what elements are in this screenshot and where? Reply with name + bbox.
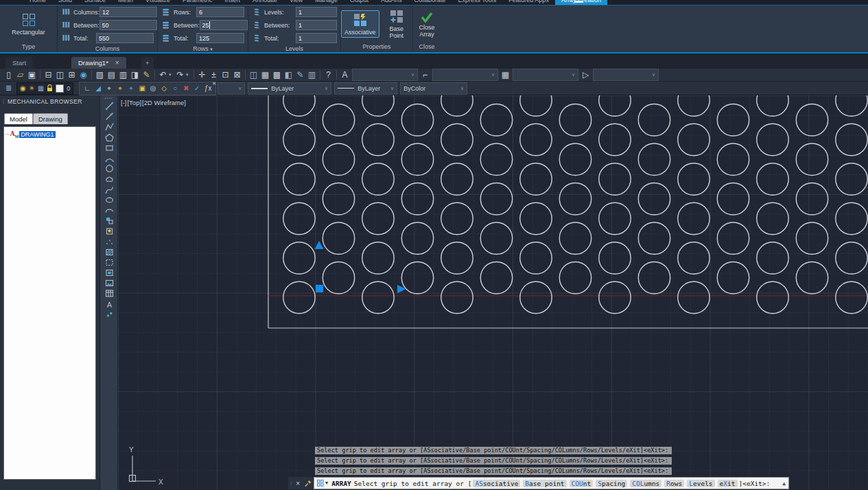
- snap-none-icon[interactable]: ✖: [180, 82, 191, 94]
- redo-dropdown-icon[interactable]: ▾: [186, 72, 191, 78]
- base-point-button[interactable]: Base Point: [381, 7, 412, 41]
- row-count-grip[interactable]: [315, 241, 324, 249]
- table-style-icon[interactable]: ▦: [500, 69, 511, 81]
- sun-icon[interactable]: ☀: [29, 84, 35, 92]
- minimize-ribbon-icon[interactable]: [575, 1, 583, 3]
- undo-dropdown-icon[interactable]: ▾: [169, 72, 174, 78]
- ribbon-tab-featured-apps[interactable]: Featured Apps: [502, 0, 555, 5]
- cmd-option-spacing[interactable]: Spacing: [596, 480, 627, 487]
- array-circle[interactable]: [836, 242, 867, 274]
- array-circle[interactable]: [757, 163, 788, 195]
- close-array-button[interactable]: CloseArray: [415, 9, 438, 40]
- columns-total--input[interactable]: [96, 33, 154, 43]
- panel-title-rows[interactable]: Rows ▾: [158, 45, 248, 54]
- array-circle[interactable]: [796, 104, 828, 136]
- copy-icon[interactable]: ▤: [106, 69, 117, 81]
- layer-states-icon[interactable]: ▩: [271, 69, 283, 81]
- array-circle[interactable]: [717, 262, 749, 294]
- columns-between--input[interactable]: [99, 20, 157, 30]
- array-circle[interactable]: [480, 262, 512, 294]
- snap-from-icon[interactable]: ◢: [93, 82, 104, 94]
- array-circle[interactable]: [678, 95, 709, 116]
- paste-icon[interactable]: ▥: [117, 69, 129, 81]
- array-circle[interactable]: [757, 124, 788, 155]
- publish-icon[interactable]: ◉: [78, 69, 89, 81]
- array-circle[interactable]: [638, 104, 670, 136]
- new-file-icon[interactable]: ▯: [3, 69, 14, 81]
- array-circle[interactable]: [441, 202, 473, 234]
- tool-polygon[interactable]: [100, 132, 118, 143]
- tool-text[interactable]: A: [100, 299, 118, 310]
- ribbon-tab-manage[interactable]: Manage: [309, 0, 344, 5]
- osnap-center-icon[interactable]: ◎: [148, 82, 159, 94]
- array-circle[interactable]: [599, 242, 631, 274]
- array-circle[interactable]: [599, 95, 631, 116]
- tool-point-style[interactable]: [100, 310, 118, 320]
- array-circle[interactable]: [836, 124, 867, 155]
- close-icon[interactable]: ✕: [212, 81, 216, 86]
- tool-spline[interactable]: [100, 185, 118, 195]
- cmd-option-associative[interactable]: ASsociative: [473, 480, 520, 487]
- file-tab-drawing1-[interactable]: Drawing1*×: [71, 57, 126, 69]
- properties-icon[interactable]: ◨: [129, 69, 141, 81]
- rectangular-array-button[interactable]: Rectangular: [8, 10, 49, 38]
- pan-icon[interactable]: ✛: [196, 69, 208, 81]
- recent-commands-icon[interactable]: ▼: [325, 480, 328, 486]
- tool-circle[interactable]: [100, 163, 118, 174]
- array-circle[interactable]: [599, 124, 631, 155]
- annotation-icon[interactable]: ✎: [294, 69, 306, 81]
- ribbon-tab-parametric[interactable]: Parametric: [176, 0, 219, 5]
- cmd-option-columns[interactable]: COLumns: [630, 480, 661, 487]
- tool-boundary[interactable]: [100, 257, 118, 268]
- array-circle[interactable]: [638, 143, 670, 175]
- array-circle[interactable]: [322, 143, 354, 175]
- tool-create-block[interactable]: [100, 226, 118, 236]
- text-style-icon[interactable]: A: [339, 69, 351, 81]
- layer-grid-icon[interactable]: ▦: [38, 84, 44, 92]
- osnap-intersection-icon[interactable]: ⌖: [126, 82, 137, 94]
- array-circle[interactable]: [717, 104, 749, 136]
- plotstyle-combo[interactable]: ByColor∨: [401, 83, 467, 94]
- ribbon-tab-home[interactable]: Home: [23, 0, 52, 5]
- tree-item-drawing1[interactable]: ┄ AM DRAWING1: [5, 130, 94, 139]
- redo-icon[interactable]: ↷: [174, 69, 186, 81]
- osnap-midpoint-icon[interactable]: ⌖: [115, 82, 126, 94]
- lightbulb-icon[interactable]: ◉: [20, 84, 26, 92]
- cmd-option-count[interactable]: COUnt: [570, 480, 594, 487]
- array-circle[interactable]: [520, 202, 552, 234]
- rows-total--input[interactable]: [196, 33, 244, 43]
- array-circle[interactable]: [362, 202, 394, 234]
- command-line[interactable]: ▼ ARRAY Select grip to edit array or [ A…: [314, 477, 789, 489]
- columns-columns--input[interactable]: [99, 7, 157, 17]
- array-circle[interactable]: [322, 183, 354, 215]
- array-circle[interactable]: [757, 242, 788, 274]
- array-circle[interactable]: [520, 124, 552, 155]
- save-icon[interactable]: ▣: [26, 69, 38, 81]
- array-circle[interactable]: [520, 281, 552, 313]
- array-circle[interactable]: [717, 183, 749, 215]
- array-circle[interactable]: [401, 104, 433, 136]
- array-circle[interactable]: [480, 104, 512, 136]
- levels-levels--input[interactable]: [296, 7, 337, 17]
- array-circle[interactable]: [401, 143, 433, 175]
- lock-icon[interactable]: [47, 84, 53, 92]
- array-circle[interactable]: [836, 202, 867, 234]
- draw-order-icon[interactable]: ◧: [283, 69, 294, 81]
- ribbon-tab-solid[interactable]: Solid: [52, 0, 78, 5]
- osnap-tangent-icon[interactable]: ○: [169, 82, 180, 94]
- tool-line[interactable]: [100, 101, 118, 111]
- new-tab-icon[interactable]: +: [141, 57, 154, 69]
- levels-total--input[interactable]: [296, 33, 337, 43]
- dim-style-icon[interactable]: ⌐: [419, 69, 431, 81]
- tool-rectangle[interactable]: [100, 143, 118, 153]
- file-tab-start[interactable]: Start: [5, 57, 33, 69]
- array-circle[interactable]: [678, 124, 709, 155]
- osnap-endpoint-icon[interactable]: ⌖: [104, 82, 115, 94]
- column-count-grip[interactable]: [397, 285, 406, 294]
- print-preview-icon[interactable]: ◫: [54, 69, 66, 81]
- dim-style-combo[interactable]: ∨: [433, 69, 497, 80]
- layer-control-field[interactable]: ◉☀▦0: [16, 82, 73, 95]
- array-circle[interactable]: [362, 242, 394, 274]
- array-circle[interactable]: [717, 143, 749, 175]
- cmd-option-rows[interactable]: Rows: [664, 480, 684, 487]
